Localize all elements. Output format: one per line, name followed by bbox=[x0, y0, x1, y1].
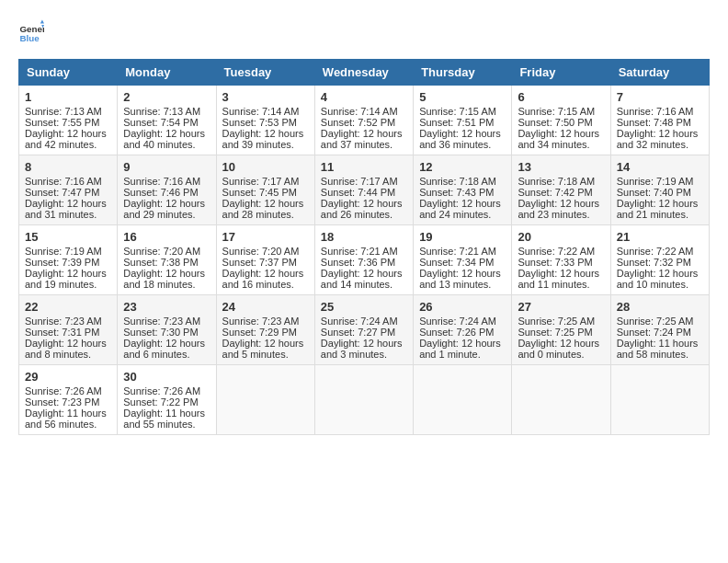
day-info-line: Sunset: 7:26 PM bbox=[419, 327, 506, 338]
calendar-cell: 13Sunrise: 7:18 AMSunset: 7:42 PMDayligh… bbox=[512, 155, 610, 225]
day-number: 5 bbox=[419, 90, 506, 104]
day-number: 23 bbox=[123, 300, 210, 314]
day-info-line: Sunrise: 7:16 AM bbox=[25, 176, 111, 187]
day-info-line: Sunrise: 7:18 AM bbox=[419, 176, 506, 187]
calendar-cell: 5Sunrise: 7:15 AMSunset: 7:51 PMDaylight… bbox=[414, 86, 512, 155]
day-info-line: and 11 minutes. bbox=[518, 279, 604, 290]
calendar-cell: 6Sunrise: 7:15 AMSunset: 7:50 PMDaylight… bbox=[512, 86, 610, 155]
calendar-cell: 1Sunrise: 7:13 AMSunset: 7:55 PMDaylight… bbox=[19, 86, 118, 155]
calendar-header-row: SundayMondayTuesdayWednesdayThursdayFrid… bbox=[19, 60, 710, 86]
day-info-line: Daylight: 12 hours bbox=[321, 198, 407, 209]
day-info-line: Sunset: 7:25 PM bbox=[518, 327, 604, 338]
calendar-week-2: 8Sunrise: 7:16 AMSunset: 7:47 PMDaylight… bbox=[19, 155, 710, 225]
header-thursday: Thursday bbox=[414, 60, 512, 86]
day-number: 19 bbox=[419, 230, 506, 244]
calendar-cell: 4Sunrise: 7:14 AMSunset: 7:52 PMDaylight… bbox=[314, 86, 413, 155]
day-info-line: Daylight: 11 hours bbox=[25, 408, 111, 419]
day-number: 22 bbox=[25, 300, 111, 314]
day-info-line: Sunrise: 7:23 AM bbox=[25, 316, 111, 327]
day-info-line: Sunrise: 7:15 AM bbox=[518, 106, 604, 117]
day-info-line: Sunrise: 7:22 AM bbox=[617, 246, 703, 257]
calendar-cell: 16Sunrise: 7:20 AMSunset: 7:38 PMDayligh… bbox=[118, 225, 216, 295]
calendar-week-1: 1Sunrise: 7:13 AMSunset: 7:55 PMDaylight… bbox=[19, 86, 710, 155]
calendar-cell: 17Sunrise: 7:20 AMSunset: 7:37 PMDayligh… bbox=[216, 225, 314, 295]
day-info-line: Daylight: 11 hours bbox=[617, 338, 703, 349]
day-info-line: Sunrise: 7:13 AM bbox=[25, 106, 111, 117]
day-info-line: Sunset: 7:22 PM bbox=[123, 396, 210, 408]
day-info-line: Sunrise: 7:23 AM bbox=[123, 316, 210, 327]
day-info-line: Daylight: 12 hours bbox=[123, 128, 210, 139]
day-info-line: and 56 minutes. bbox=[25, 419, 111, 430]
day-info-line: Sunset: 7:27 PM bbox=[321, 327, 407, 338]
day-info-line: Sunset: 7:23 PM bbox=[25, 396, 111, 408]
day-info-line: Daylight: 12 hours bbox=[123, 268, 210, 279]
logo-icon: General Blue bbox=[18, 18, 44, 44]
day-info-line: Sunrise: 7:25 AM bbox=[617, 316, 703, 327]
day-number: 26 bbox=[419, 300, 506, 314]
day-info-line: Daylight: 11 hours bbox=[123, 408, 210, 419]
calendar-week-4: 22Sunrise: 7:23 AMSunset: 7:31 PMDayligh… bbox=[19, 295, 710, 365]
day-number: 25 bbox=[321, 300, 407, 314]
day-number: 1 bbox=[25, 90, 111, 104]
day-info-line: Sunrise: 7:17 AM bbox=[222, 176, 309, 187]
header-saturday: Saturday bbox=[610, 60, 709, 86]
calendar-cell bbox=[414, 365, 512, 435]
day-info-line: Daylight: 12 hours bbox=[518, 128, 604, 139]
day-info-line: Sunrise: 7:19 AM bbox=[25, 246, 111, 257]
day-number: 21 bbox=[617, 230, 703, 244]
day-number: 15 bbox=[25, 230, 111, 244]
day-info-line: Sunset: 7:38 PM bbox=[123, 257, 210, 268]
calendar-week-3: 15Sunrise: 7:19 AMSunset: 7:39 PMDayligh… bbox=[19, 225, 710, 295]
day-info-line: Sunset: 7:33 PM bbox=[518, 257, 604, 268]
day-info-line: and 40 minutes. bbox=[123, 139, 210, 150]
day-info-line: and 21 minutes. bbox=[617, 209, 703, 220]
svg-text:Blue: Blue bbox=[19, 33, 40, 43]
day-info-line: Daylight: 12 hours bbox=[222, 268, 309, 279]
calendar-cell: 20Sunrise: 7:22 AMSunset: 7:33 PMDayligh… bbox=[512, 225, 610, 295]
day-info-line: Daylight: 12 hours bbox=[25, 338, 111, 349]
day-info-line: and 28 minutes. bbox=[222, 209, 309, 220]
day-info-line: Sunrise: 7:18 AM bbox=[518, 176, 604, 187]
page-header: General Blue bbox=[18, 18, 710, 44]
day-info-line: Sunrise: 7:26 AM bbox=[25, 385, 111, 396]
day-number: 11 bbox=[321, 160, 407, 174]
day-info-line: Daylight: 12 hours bbox=[518, 198, 604, 209]
day-info-line: and 3 minutes. bbox=[321, 349, 407, 360]
day-info-line: and 34 minutes. bbox=[518, 139, 604, 150]
day-info-line: Sunrise: 7:21 AM bbox=[321, 246, 407, 257]
day-info-line: Sunset: 7:46 PM bbox=[123, 187, 210, 198]
day-info-line: Sunset: 7:44 PM bbox=[321, 187, 407, 198]
calendar-cell: 11Sunrise: 7:17 AMSunset: 7:44 PMDayligh… bbox=[314, 155, 413, 225]
day-info-line: Daylight: 12 hours bbox=[222, 128, 309, 139]
day-info-line: Sunset: 7:54 PM bbox=[123, 117, 210, 128]
day-info-line: and 1 minute. bbox=[419, 349, 506, 360]
header-friday: Friday bbox=[512, 60, 610, 86]
day-info-line: and 23 minutes. bbox=[518, 209, 604, 220]
svg-marker-2 bbox=[40, 19, 44, 23]
day-number: 4 bbox=[321, 90, 407, 104]
calendar-cell: 28Sunrise: 7:25 AMSunset: 7:24 PMDayligh… bbox=[610, 295, 709, 365]
calendar-cell: 27Sunrise: 7:25 AMSunset: 7:25 PMDayligh… bbox=[512, 295, 610, 365]
calendar-cell: 24Sunrise: 7:23 AMSunset: 7:29 PMDayligh… bbox=[216, 295, 314, 365]
day-info-line: Sunrise: 7:24 AM bbox=[321, 316, 407, 327]
day-number: 6 bbox=[518, 90, 604, 104]
day-info-line: Daylight: 12 hours bbox=[518, 268, 604, 279]
calendar-table: SundayMondayTuesdayWednesdayThursdayFrid… bbox=[18, 59, 710, 435]
calendar-cell: 19Sunrise: 7:21 AMSunset: 7:34 PMDayligh… bbox=[414, 225, 512, 295]
day-info-line: and 14 minutes. bbox=[321, 279, 407, 290]
calendar-cell: 29Sunrise: 7:26 AMSunset: 7:23 PMDayligh… bbox=[19, 365, 118, 435]
day-info-line: Daylight: 12 hours bbox=[321, 268, 407, 279]
day-info-line: Sunset: 7:45 PM bbox=[222, 187, 309, 198]
day-info-line: Daylight: 12 hours bbox=[419, 338, 506, 349]
day-info-line: Daylight: 12 hours bbox=[321, 128, 407, 139]
day-info-line: Sunrise: 7:15 AM bbox=[419, 106, 506, 117]
day-info-line: Sunrise: 7:16 AM bbox=[123, 176, 210, 187]
day-number: 28 bbox=[617, 300, 703, 314]
day-info-line: and 29 minutes. bbox=[123, 209, 210, 220]
day-info-line: Sunset: 7:55 PM bbox=[25, 117, 111, 128]
header-wednesday: Wednesday bbox=[314, 60, 413, 86]
day-info-line: Sunrise: 7:17 AM bbox=[321, 176, 407, 187]
day-info-line: Sunrise: 7:13 AM bbox=[123, 106, 210, 117]
day-info-line: Sunrise: 7:21 AM bbox=[419, 246, 506, 257]
day-info-line: Sunset: 7:31 PM bbox=[25, 327, 111, 338]
